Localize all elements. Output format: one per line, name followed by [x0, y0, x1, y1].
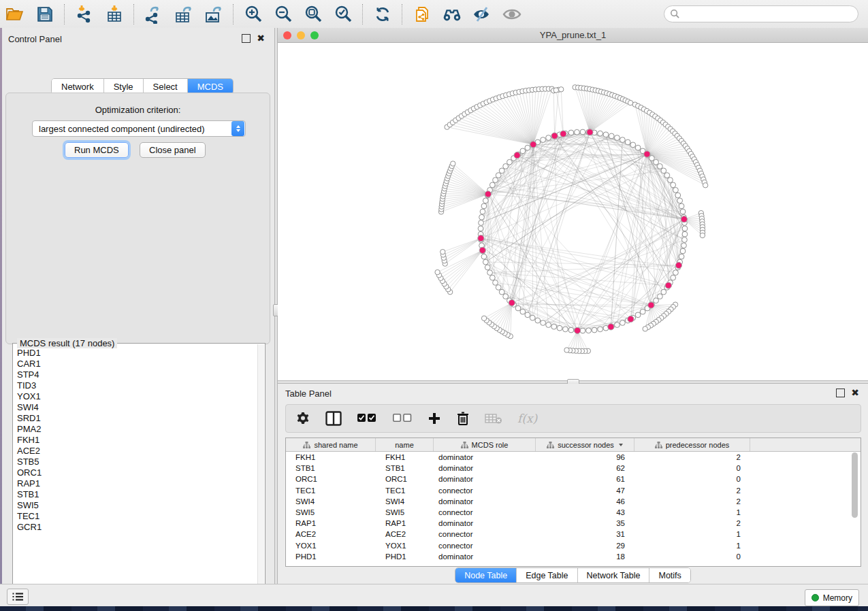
tab-style[interactable]: Style [104, 79, 144, 94]
network-node[interactable] [507, 159, 513, 165]
network-node[interactable] [598, 131, 603, 136]
network-node[interactable] [479, 214, 485, 220]
tab-node-table[interactable]: Node Table [455, 568, 517, 582]
column-header-MCDS-role[interactable]: MCDS role [434, 438, 536, 451]
import-network-icon[interactable] [74, 4, 95, 24]
network-node[interactable] [481, 254, 487, 259]
table-row[interactable]: YOX1YOX1connector291 [286, 540, 861, 551]
column-header-name[interactable]: name [376, 438, 434, 451]
network-node[interactable] [499, 168, 504, 174]
network-node[interactable] [503, 163, 509, 169]
network-node[interactable] [503, 294, 509, 299]
network-node[interactable] [671, 275, 676, 280]
mcds-result-item[interactable]: ORC1 [17, 467, 265, 478]
network-leaf-node[interactable] [564, 348, 569, 352]
network-view[interactable] [278, 43, 868, 380]
mcds-result-item[interactable]: PMA2 [17, 424, 265, 435]
mcds-result-item[interactable]: GCR1 [17, 522, 265, 533]
network-node[interactable] [657, 163, 662, 169]
network-node[interactable] [615, 323, 620, 328]
network-node[interactable] [598, 327, 603, 332]
mcds-result-scrollbar[interactable] [257, 344, 264, 596]
close-panel-button[interactable]: Close panel [140, 142, 206, 158]
network-node[interactable] [603, 132, 609, 137]
network-node[interactable] [682, 231, 688, 237]
network-graph[interactable] [278, 43, 868, 380]
tab-motifs[interactable]: Motifs [649, 568, 690, 582]
mcds-hub-node[interactable] [551, 133, 558, 139]
network-node[interactable] [580, 328, 585, 333]
network-node[interactable] [620, 320, 625, 326]
network-node[interactable] [530, 315, 535, 320]
zoom-fit-icon[interactable] [303, 4, 323, 24]
zoom-in-icon[interactable] [243, 4, 263, 24]
network-node[interactable] [485, 265, 490, 270]
mcds-result-item[interactable]: PHD1 [17, 348, 265, 359]
network-node[interactable] [541, 137, 546, 143]
delete-column-icon[interactable] [456, 410, 470, 427]
network-node[interactable] [649, 156, 655, 161]
mcds-result-item[interactable]: YOX1 [17, 391, 265, 402]
export-image-icon[interactable] [204, 4, 224, 24]
network-node[interactable] [489, 182, 495, 188]
network-leaf-node[interactable] [643, 327, 647, 331]
network-node[interactable] [551, 324, 557, 329]
network-node[interactable] [680, 209, 686, 214]
network-node[interactable] [478, 226, 483, 231]
network-node[interactable] [541, 320, 546, 326]
tab-mcds[interactable]: MCDS [188, 79, 233, 94]
clone-network-icon[interactable] [412, 4, 432, 24]
optimization-criterion-select[interactable]: largest connected component (undirected) [32, 120, 246, 137]
table-row[interactable]: FKH1FKH1dominator962 [286, 452, 861, 463]
network-node[interactable] [496, 173, 501, 178]
import-table-icon[interactable] [104, 4, 125, 24]
network-node[interactable] [635, 145, 641, 150]
network-node[interactable] [580, 129, 585, 135]
mcds-result-item[interactable]: CAR1 [17, 359, 265, 369]
network-node[interactable] [640, 309, 645, 314]
network-window-titlebar[interactable]: YPA_prune.txt_1 [278, 28, 868, 43]
table-row[interactable]: SWI5SWI5connector431 [286, 507, 861, 518]
network-node[interactable] [520, 309, 526, 314]
network-node[interactable] [679, 203, 684, 209]
column-header-successor-nodes[interactable]: successor nodes [536, 438, 634, 451]
network-node[interactable] [682, 226, 688, 231]
network-node[interactable] [680, 248, 686, 254]
network-node[interactable] [664, 173, 670, 178]
mcds-hub-node[interactable] [514, 152, 520, 159]
mcds-hub-node[interactable] [575, 327, 581, 333]
run-mcds-button[interactable]: Run MCDS [65, 142, 129, 158]
mcds-hub-node[interactable] [681, 216, 687, 222]
apply-layout-icon[interactable] [372, 4, 393, 24]
table-row[interactable]: TEC1TEC1connector472 [286, 485, 861, 496]
close-panel-icon[interactable]: ✖ [851, 389, 859, 397]
mcds-result-item[interactable]: STB1 [17, 489, 265, 500]
network-node[interactable] [520, 148, 526, 154]
network-node[interactable] [568, 130, 574, 135]
show-all-icon[interactable] [502, 4, 522, 24]
mcds-hub-node[interactable] [560, 131, 566, 137]
column-panel-icon[interactable] [325, 410, 342, 427]
network-node[interactable] [489, 275, 495, 280]
mcds-hub-node[interactable] [675, 262, 681, 268]
mcds-hub-node[interactable] [665, 282, 671, 288]
gear-icon[interactable] [295, 410, 310, 427]
network-node[interactable] [546, 135, 551, 141]
mcds-hub-node[interactable] [530, 142, 536, 148]
network-node[interactable] [546, 323, 551, 328]
mcds-result-item[interactable]: RAP1 [17, 478, 265, 489]
panel-toggle-button[interactable] [7, 589, 29, 605]
mcds-hub-node[interactable] [485, 191, 491, 197]
deselect-all-icon[interactable] [392, 410, 413, 427]
network-node[interactable] [525, 312, 530, 318]
node-table[interactable]: shared namenameMCDS rolesuccessor nodesp… [285, 437, 861, 567]
network-node[interactable] [568, 327, 574, 333]
network-node[interactable] [483, 259, 488, 265]
mcds-result-list[interactable]: PHD1CAR1STP4TID3YOX1SWI4SRD1PMA2FKH1ACE2… [13, 344, 265, 533]
search-input[interactable] [680, 9, 858, 20]
mcds-result-item[interactable]: SRD1 [17, 413, 265, 424]
tab-network[interactable]: Network [52, 79, 104, 94]
save-session-icon[interactable] [35, 4, 55, 24]
find-icon[interactable] [442, 4, 462, 24]
tab-select[interactable]: Select [144, 79, 188, 94]
